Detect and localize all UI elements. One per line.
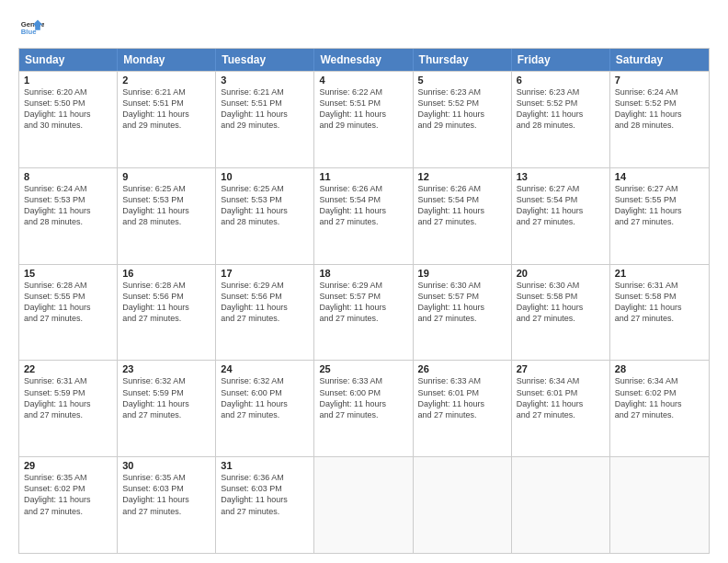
- day-number: 7: [615, 75, 704, 86]
- day-number: 17: [221, 268, 309, 279]
- day-number: 6: [517, 75, 605, 86]
- day-info: Sunrise: 6:21 AM Sunset: 5:51 PM Dayligh…: [122, 86, 210, 132]
- day-number: 20: [517, 268, 605, 279]
- calendar-cell: 10Sunrise: 6:25 AM Sunset: 5:53 PM Dayli…: [216, 168, 314, 264]
- day-info: Sunrise: 6:25 AM Sunset: 5:53 PM Dayligh…: [221, 183, 309, 228]
- day-info: Sunrise: 6:29 AM Sunset: 5:56 PM Dayligh…: [221, 280, 309, 325]
- day-number: 12: [418, 171, 506, 182]
- day-number: 11: [319, 171, 407, 182]
- day-number: 3: [221, 75, 309, 86]
- calendar-cell: 16Sunrise: 6:28 AM Sunset: 5:56 PM Dayli…: [118, 265, 216, 361]
- calendar-row-2: 8Sunrise: 6:24 AM Sunset: 5:53 PM Daylig…: [19, 167, 709, 264]
- calendar-cell: 11Sunrise: 6:26 AM Sunset: 5:54 PM Dayli…: [314, 168, 413, 264]
- day-info: Sunrise: 6:35 AM Sunset: 6:02 PM Dayligh…: [24, 472, 112, 517]
- day-info: Sunrise: 6:36 AM Sunset: 6:03 PM Dayligh…: [221, 472, 309, 517]
- calendar-body: 1Sunrise: 6:20 AM Sunset: 5:50 PM Daylig…: [19, 71, 709, 553]
- day-number: 26: [418, 363, 506, 374]
- day-info: Sunrise: 6:28 AM Sunset: 5:56 PM Dayligh…: [122, 280, 210, 325]
- day-info: Sunrise: 6:26 AM Sunset: 5:54 PM Dayligh…: [319, 183, 407, 228]
- day-number: 31: [221, 460, 309, 471]
- day-info: Sunrise: 6:27 AM Sunset: 5:54 PM Dayligh…: [517, 183, 605, 228]
- day-info: Sunrise: 6:34 AM Sunset: 6:01 PM Dayligh…: [517, 375, 605, 420]
- calendar-row-1: 1Sunrise: 6:20 AM Sunset: 5:50 PM Daylig…: [19, 71, 709, 167]
- day-info: Sunrise: 6:25 AM Sunset: 5:53 PM Dayligh…: [122, 183, 210, 228]
- calendar-cell: 20Sunrise: 6:30 AM Sunset: 5:58 PM Dayli…: [512, 265, 610, 361]
- calendar-cell: 24Sunrise: 6:32 AM Sunset: 6:00 PM Dayli…: [216, 361, 314, 456]
- day-number: 1: [24, 75, 112, 86]
- header-cell-thursday: Thursday: [414, 49, 512, 71]
- day-info: Sunrise: 6:28 AM Sunset: 5:55 PM Dayligh…: [24, 280, 112, 325]
- day-info: Sunrise: 6:22 AM Sunset: 5:51 PM Dayligh…: [319, 86, 407, 132]
- header: General Blue: [18, 15, 710, 40]
- page: General Blue SundayMondayTuesdayWednesda…: [0, 0, 728, 563]
- day-info: Sunrise: 6:23 AM Sunset: 5:52 PM Dayligh…: [418, 86, 506, 132]
- day-number: 29: [24, 460, 112, 471]
- day-number: 2: [122, 75, 210, 86]
- calendar-cell: 21Sunrise: 6:31 AM Sunset: 5:58 PM Dayli…: [610, 265, 709, 361]
- day-info: Sunrise: 6:34 AM Sunset: 6:02 PM Dayligh…: [615, 375, 704, 420]
- header-cell-monday: Monday: [118, 49, 216, 71]
- calendar-cell: [414, 457, 512, 553]
- day-info: Sunrise: 6:31 AM Sunset: 5:59 PM Dayligh…: [24, 375, 112, 420]
- calendar-cell: 2Sunrise: 6:21 AM Sunset: 5:51 PM Daylig…: [118, 72, 216, 167]
- calendar-cell: 15Sunrise: 6:28 AM Sunset: 5:55 PM Dayli…: [19, 265, 118, 361]
- calendar-cell: 1Sunrise: 6:20 AM Sunset: 5:50 PM Daylig…: [19, 72, 118, 167]
- logo-icon: General Blue: [18, 15, 44, 40]
- day-number: 18: [319, 268, 407, 279]
- calendar-cell: 14Sunrise: 6:27 AM Sunset: 5:55 PM Dayli…: [610, 168, 709, 264]
- calendar-cell: 3Sunrise: 6:21 AM Sunset: 5:51 PM Daylig…: [216, 72, 314, 167]
- calendar-cell: 5Sunrise: 6:23 AM Sunset: 5:52 PM Daylig…: [414, 72, 512, 167]
- calendar-cell: 25Sunrise: 6:33 AM Sunset: 6:00 PM Dayli…: [314, 361, 413, 456]
- day-number: 24: [221, 363, 309, 374]
- calendar-cell: 29Sunrise: 6:35 AM Sunset: 6:02 PM Dayli…: [19, 457, 118, 553]
- calendar-cell: 12Sunrise: 6:26 AM Sunset: 5:54 PM Dayli…: [414, 168, 512, 264]
- calendar-cell: 6Sunrise: 6:23 AM Sunset: 5:52 PM Daylig…: [512, 72, 610, 167]
- day-number: 15: [24, 268, 112, 279]
- calendar-cell: 23Sunrise: 6:32 AM Sunset: 5:59 PM Dayli…: [118, 361, 216, 456]
- day-info: Sunrise: 6:30 AM Sunset: 5:57 PM Dayligh…: [418, 280, 506, 325]
- day-info: Sunrise: 6:30 AM Sunset: 5:58 PM Dayligh…: [517, 280, 605, 325]
- calendar-cell: 13Sunrise: 6:27 AM Sunset: 5:54 PM Dayli…: [512, 168, 610, 264]
- header-cell-wednesday: Wednesday: [314, 49, 413, 71]
- calendar-cell: 31Sunrise: 6:36 AM Sunset: 6:03 PM Dayli…: [216, 457, 314, 553]
- day-info: Sunrise: 6:33 AM Sunset: 6:00 PM Dayligh…: [319, 375, 407, 420]
- calendar-row-3: 15Sunrise: 6:28 AM Sunset: 5:55 PM Dayli…: [19, 264, 709, 361]
- day-number: 30: [122, 460, 210, 471]
- day-number: 9: [122, 171, 210, 182]
- calendar-cell: 19Sunrise: 6:30 AM Sunset: 5:57 PM Dayli…: [414, 265, 512, 361]
- day-info: Sunrise: 6:24 AM Sunset: 5:52 PM Dayligh…: [615, 86, 704, 132]
- calendar-cell: [314, 457, 413, 553]
- calendar-cell: 28Sunrise: 6:34 AM Sunset: 6:02 PM Dayli…: [610, 361, 709, 456]
- calendar-cell: 9Sunrise: 6:25 AM Sunset: 5:53 PM Daylig…: [118, 168, 216, 264]
- day-info: Sunrise: 6:20 AM Sunset: 5:50 PM Dayligh…: [24, 86, 112, 132]
- day-number: 21: [615, 268, 704, 279]
- calendar-cell: 22Sunrise: 6:31 AM Sunset: 5:59 PM Dayli…: [19, 361, 118, 456]
- day-number: 16: [122, 268, 210, 279]
- day-info: Sunrise: 6:27 AM Sunset: 5:55 PM Dayligh…: [615, 183, 704, 228]
- day-info: Sunrise: 6:29 AM Sunset: 5:57 PM Dayligh…: [319, 280, 407, 325]
- header-cell-tuesday: Tuesday: [216, 49, 314, 71]
- calendar-cell: 27Sunrise: 6:34 AM Sunset: 6:01 PM Dayli…: [512, 361, 610, 456]
- day-info: Sunrise: 6:31 AM Sunset: 5:58 PM Dayligh…: [615, 280, 704, 325]
- day-info: Sunrise: 6:32 AM Sunset: 6:00 PM Dayligh…: [221, 375, 309, 420]
- day-info: Sunrise: 6:24 AM Sunset: 5:53 PM Dayligh…: [24, 183, 112, 228]
- calendar-cell: 7Sunrise: 6:24 AM Sunset: 5:52 PM Daylig…: [610, 72, 709, 167]
- logo: General Blue: [18, 15, 48, 40]
- day-info: Sunrise: 6:26 AM Sunset: 5:54 PM Dayligh…: [418, 183, 506, 228]
- day-number: 8: [24, 171, 112, 182]
- day-number: 10: [221, 171, 309, 182]
- calendar-header: SundayMondayTuesdayWednesdayThursdayFrid…: [19, 49, 709, 71]
- calendar-cell: 4Sunrise: 6:22 AM Sunset: 5:51 PM Daylig…: [314, 72, 413, 167]
- day-number: 27: [517, 363, 605, 374]
- calendar-cell: 8Sunrise: 6:24 AM Sunset: 5:53 PM Daylig…: [19, 168, 118, 264]
- day-info: Sunrise: 6:23 AM Sunset: 5:52 PM Dayligh…: [517, 86, 605, 132]
- calendar-row-4: 22Sunrise: 6:31 AM Sunset: 5:59 PM Dayli…: [19, 360, 709, 456]
- calendar-row-5: 29Sunrise: 6:35 AM Sunset: 6:02 PM Dayli…: [19, 456, 709, 553]
- day-number: 5: [418, 75, 506, 86]
- header-cell-sunday: Sunday: [19, 49, 118, 71]
- day-number: 25: [319, 363, 407, 374]
- calendar-cell: 17Sunrise: 6:29 AM Sunset: 5:56 PM Dayli…: [216, 265, 314, 361]
- day-info: Sunrise: 6:35 AM Sunset: 6:03 PM Dayligh…: [122, 472, 210, 517]
- day-number: 28: [615, 363, 704, 374]
- header-cell-saturday: Saturday: [610, 49, 709, 71]
